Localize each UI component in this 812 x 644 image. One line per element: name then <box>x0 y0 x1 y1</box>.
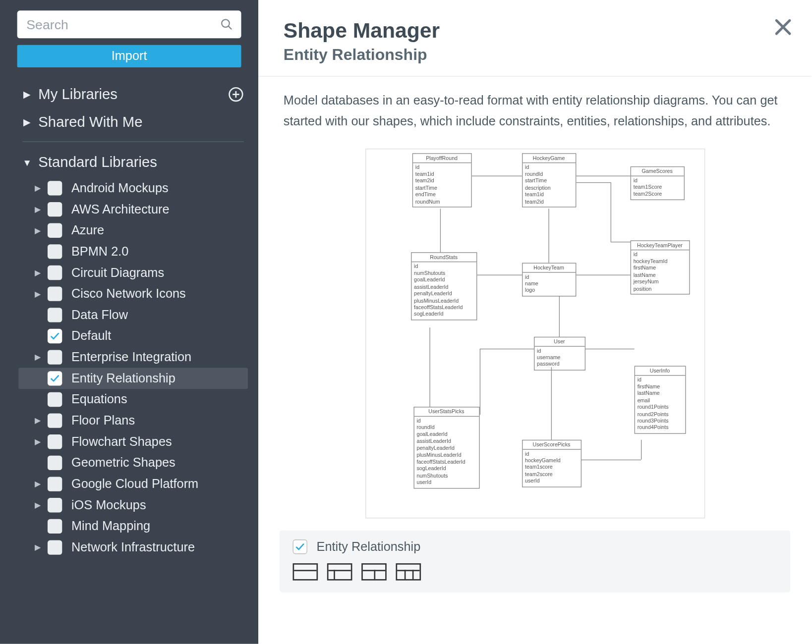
library-checkbox[interactable] <box>48 266 62 280</box>
sidebar-item[interactable]: ▶Flowchart Shapes <box>18 431 248 452</box>
svg-point-0 <box>222 19 230 27</box>
sidebar-item[interactable]: ▶Entity Relationship <box>18 368 248 389</box>
library-label: Floor Plans <box>71 413 135 428</box>
section-my-libraries[interactable]: ▶ My Libraries <box>18 81 248 108</box>
library-checkbox[interactable] <box>48 223 62 238</box>
caret-right-icon: ▶ <box>33 543 43 552</box>
entity-shape-icon[interactable] <box>327 563 352 581</box>
caret-down-icon: ▼ <box>22 157 32 167</box>
connector-line <box>559 296 559 337</box>
library-checkbox[interactable] <box>48 540 62 554</box>
library-label: Android Mockups <box>71 181 169 195</box>
entity-name: HockeyTeamPlayer <box>631 241 689 250</box>
library-checkbox[interactable] <box>48 350 62 364</box>
description-text: Model databases in an easy-to-read forma… <box>284 90 786 132</box>
entity-attrs: idnumShutoutsgoalLeaderIdassistLeaderIdp… <box>411 262 476 320</box>
library-checkbox[interactable] <box>48 371 62 385</box>
group-checkbox[interactable] <box>293 539 307 554</box>
connector-line <box>585 348 634 349</box>
sidebar-item[interactable]: ▶Circuit Diagrams <box>18 262 248 283</box>
sidebar-item[interactable]: ▶BPMN 2.0 <box>18 241 248 263</box>
library-checkbox[interactable] <box>48 456 62 470</box>
library-checkbox[interactable] <box>48 498 62 512</box>
connector-line <box>429 327 430 407</box>
entity-box: UserScorePicksidhockeyGameIdteam1scorete… <box>522 439 581 487</box>
sidebar-item[interactable]: ▶Floor Plans <box>18 410 248 431</box>
caret-right-icon: ▶ <box>33 480 43 489</box>
section-shared-with-me[interactable]: ▶ Shared With Me <box>18 108 248 136</box>
caret-right-icon: ▶ <box>33 268 43 277</box>
caret-right-icon: ▶ <box>22 117 32 127</box>
section-standard-libraries[interactable]: ▼ Standard Libraries <box>18 149 248 176</box>
sidebar-item[interactable]: ▶Data Flow <box>18 305 248 326</box>
caret-right-icon: ▶ <box>33 416 43 426</box>
library-checkbox[interactable] <box>48 287 62 301</box>
library-label: Google Cloud Platform <box>71 477 198 491</box>
library-label: Entity Relationship <box>71 371 175 385</box>
entity-shape-icon[interactable] <box>396 563 421 581</box>
entity-name: RoundStats <box>411 253 476 262</box>
library-label: Azure <box>71 223 104 238</box>
entity-name: HockeyTeam <box>522 263 576 272</box>
library-label: Enterprise Integration <box>71 350 191 364</box>
caret-right-icon: ▶ <box>33 289 43 299</box>
connector-line <box>440 209 440 252</box>
library-checkbox[interactable] <box>48 392 62 407</box>
sidebar-item[interactable]: ▶Android Mockups <box>18 178 248 199</box>
library-checkbox[interactable] <box>48 519 62 534</box>
connector-line <box>581 459 640 460</box>
connector-line <box>471 175 522 176</box>
search-input[interactable] <box>17 10 241 38</box>
entity-name: UserInfo <box>635 366 685 376</box>
sidebar-item[interactable]: ▶Geometric Shapes <box>18 452 248 474</box>
import-button[interactable]: Import <box>17 45 241 67</box>
entity-attrs: idusernamepassword <box>534 346 584 370</box>
library-checkbox[interactable] <box>48 181 62 195</box>
caret-right-icon: ▶ <box>22 89 32 100</box>
caret-right-icon: ▶ <box>33 205 43 214</box>
section-label: Standard Libraries <box>38 154 157 171</box>
library-checkbox[interactable] <box>48 434 62 449</box>
sidebar-item[interactable]: ▶Mind Mapping <box>18 516 248 537</box>
sidebar-item[interactable]: ▶Enterprise Integration <box>18 347 248 368</box>
entity-shape-icon[interactable] <box>293 563 318 581</box>
entity-shape-icon[interactable] <box>361 563 387 581</box>
close-icon[interactable] <box>773 17 793 37</box>
library-checkbox[interactable] <box>48 413 62 428</box>
entity-attrs: idhockeyTeamIdfirstNamelastNamejerseyNum… <box>631 250 689 294</box>
connector-line <box>576 274 630 275</box>
entity-attrs: idhockeyGameIdteam1scoreteam2scoreuserId <box>522 449 580 486</box>
main-panel: Shape Manager Entity Relationship Model … <box>258 0 812 644</box>
svg-line-1 <box>229 26 232 30</box>
library-checkbox[interactable] <box>48 477 62 491</box>
sidebar-item[interactable]: ▶AWS Architecture <box>18 199 248 220</box>
sidebar-item[interactable]: ▶Cisco Network Icons <box>18 283 248 305</box>
page-subtitle: Entity Relationship <box>284 46 786 64</box>
sidebar-item[interactable]: ▶Default <box>18 325 248 347</box>
library-label: Circuit Diagrams <box>71 266 164 280</box>
group-checkbox-row[interactable]: Entity Relationship <box>293 539 777 554</box>
entity-attrs: idteam1Scoreteam2Score <box>631 176 684 199</box>
library-checkbox[interactable] <box>48 308 62 322</box>
sidebar-item[interactable]: ▶Network Infrastructure <box>18 537 248 558</box>
entity-name: GameScores <box>631 167 684 176</box>
sidebar-item[interactable]: ▶Azure <box>18 220 248 241</box>
add-library-icon[interactable] <box>228 87 244 103</box>
sidebar-item[interactable]: ▶iOS Mockups <box>18 494 248 516</box>
sidebar-item[interactable]: ▶Google Cloud Platform <box>18 474 248 495</box>
entity-box: HockeyGameidroundIdstartTimedescriptiont… <box>522 153 576 208</box>
connector-line <box>576 175 630 176</box>
library-checkbox[interactable] <box>48 329 62 343</box>
library-checkbox[interactable] <box>48 202 62 216</box>
entity-box: UserInfoidfirstNamelastNameemailround1Po… <box>634 366 686 433</box>
page-title: Shape Manager <box>284 18 786 43</box>
connector-line <box>479 348 480 414</box>
entity-box: Useridusernamepassword <box>533 336 585 370</box>
sidebar-item[interactable]: ▶Equations <box>18 389 248 410</box>
divider <box>22 141 244 142</box>
group-label: Entity Relationship <box>317 539 421 554</box>
library-label: Data Flow <box>71 308 128 322</box>
entity-box: RoundStatsidnumShutoutsgoalLeaderIdassis… <box>410 252 476 320</box>
library-checkbox[interactable] <box>48 244 62 259</box>
entity-attrs: idfirstNamelastNameemailround1Pointsroun… <box>635 376 685 433</box>
